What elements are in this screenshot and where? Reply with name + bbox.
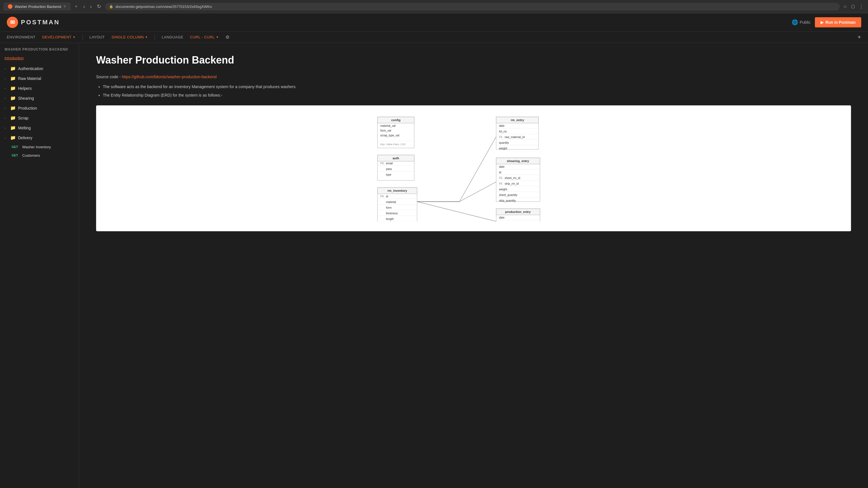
tab-title: Washer Production Backend (15, 4, 61, 9)
svg-text:id: id (386, 195, 388, 198)
nav-separator-1 (83, 35, 83, 40)
sidebar-item-scrap[interactable]: › 📁 Scrap (0, 113, 79, 123)
development-label: Development (42, 35, 72, 39)
tab-close-button[interactable]: ✕ (63, 4, 66, 8)
svg-text:date: date (499, 216, 505, 219)
sidebar-item-production[interactable]: › 📁 Production (0, 103, 79, 113)
delivery-chevron-icon: › (4, 136, 8, 139)
single-column-nav-item[interactable]: Single Column ▼ (112, 35, 148, 39)
new-tab-button[interactable]: + (73, 4, 80, 10)
source-prefix: Source code - (96, 74, 122, 79)
header-right: 🌐 Public ▶ Run in Postman (792, 17, 861, 27)
svg-text:weight: weight (499, 188, 507, 191)
environment-nav-item[interactable]: ENVIRONMENT (7, 35, 36, 39)
language-nav-item[interactable]: LANGUAGE (162, 35, 183, 39)
sidebar-item-raw-material[interactable]: › 📁 Raw Material (0, 73, 79, 83)
authentication-folder-icon: 📁 (10, 66, 16, 71)
postman-logo: ✉ POSTMAN (7, 17, 60, 28)
sidebar-item-shearing[interactable]: › 📁 Shearing (0, 93, 79, 103)
washer-inventory-label: Washer Inventory (22, 145, 51, 149)
settings-icon[interactable]: ⚙ (225, 34, 229, 40)
top-nav: ENVIRONMENT Development ▼ LAYOUT Single … (0, 32, 868, 43)
delivery-label: Delivery (18, 135, 32, 140)
run-button-label: Run in Postman (825, 20, 856, 25)
sidebar-item-delivery[interactable]: › 📁 Delivery (0, 133, 79, 142)
svg-text:auth: auth (393, 157, 399, 160)
layout-nav-item[interactable]: LAYOUT (90, 35, 105, 39)
forward-button[interactable]: › (88, 3, 94, 11)
svg-text:Key: Value Pairs, CSV: Key: Value Pairs, CSV (380, 143, 406, 146)
helpers-chevron-icon: › (4, 87, 8, 90)
svg-text:rm_entry: rm_entry (510, 118, 524, 122)
svg-text:sheet_quantity: sheet_quantity (499, 193, 517, 197)
globe-icon: 🌐 (792, 19, 798, 25)
curl-label: cURL - cURL (190, 35, 215, 39)
url-text: documenter.getpostman.com/view/25770153/… (116, 4, 212, 9)
sidebar-item-authentication[interactable]: › 📁 Authentication (0, 64, 79, 73)
sidebar-item-melting[interactable]: › 📁 Melting (0, 123, 79, 133)
svg-text:form_val: form_val (380, 129, 391, 132)
main-content: Washer Production Backend Source code - … (79, 43, 868, 488)
lock-icon: 🔒 (109, 4, 113, 8)
svg-text:length: length (386, 218, 394, 221)
browser-chrome: Washer Production Backend ✕ + ‹ › ↻ 🔒 do… (0, 0, 868, 13)
source-line: Source code - https://github.com/bitorsi… (96, 74, 851, 79)
curl-nav-item[interactable]: cURL - cURL ▼ (190, 35, 219, 39)
sidebar-intro-link[interactable]: Introduction (0, 55, 79, 64)
svg-text:production_entry: production_entry (505, 210, 531, 214)
authentication-label: Authentication (18, 66, 43, 71)
sidebar-title: WASHER PRODUCTION BACKEND (0, 47, 79, 55)
customers-label: Customers (22, 153, 40, 158)
svg-text:quantity: quantity (499, 141, 509, 144)
svg-text:scrap_type_val: scrap_type_val (380, 134, 399, 137)
shearing-label: Shearing (18, 96, 34, 101)
svg-text:config: config (391, 118, 401, 122)
extensions-button[interactable]: ⬡ (850, 3, 856, 10)
address-bar[interactable]: 🔒 documenter.getpostman.com/view/2577015… (105, 3, 840, 10)
svg-text:date: date (499, 165, 505, 168)
theme-icon[interactable]: ☀ (857, 34, 861, 40)
svg-text:strip_rm_id: strip_rm_id (505, 182, 519, 185)
back-button[interactable]: ‹ (82, 3, 87, 11)
curl-chevron-icon: ▼ (216, 36, 219, 39)
svg-text:shearing_entry: shearing_entry (507, 159, 529, 163)
bookmark-button[interactable]: ☆ (842, 3, 848, 10)
scrap-chevron-icon: › (4, 116, 8, 120)
helpers-folder-icon: 📁 (10, 86, 16, 91)
menu-button[interactable]: ⋮ (858, 3, 865, 10)
svg-text:form: form (386, 206, 392, 209)
postman-logo-text: POSTMAN (21, 19, 60, 26)
tab-favicon (8, 4, 12, 9)
run-icon: ▶ (820, 20, 824, 25)
browser-tab[interactable]: Washer Production Backend ✕ (3, 3, 71, 10)
helpers-label: Helpers (18, 86, 32, 91)
development-nav-item[interactable]: Development ▼ (42, 35, 76, 39)
reload-button[interactable]: ↻ (95, 2, 103, 11)
raw-material-folder-icon: 📁 (10, 76, 16, 81)
svg-text:pass: pass (386, 167, 392, 170)
svg-text:lot_no: lot_no (499, 130, 507, 133)
sidebar: WASHER PRODUCTION BACKEND Introduction ›… (0, 43, 79, 488)
svg-text:material: material (386, 200, 396, 204)
main-layout: WASHER PRODUCTION BACKEND Introduction ›… (0, 43, 868, 488)
sidebar-endpoint-customers[interactable]: GET Customers (0, 151, 79, 160)
svg-text:PK: PK (380, 162, 384, 165)
public-label: Public (800, 20, 810, 25)
shearing-chevron-icon: › (4, 97, 8, 100)
svg-text:sheet_rm_id: sheet_rm_id (505, 176, 520, 180)
single-column-chevron-icon: ▼ (145, 36, 148, 39)
run-in-postman-button[interactable]: ▶ Run in Postman (815, 17, 861, 27)
production-chevron-icon: › (4, 106, 8, 110)
single-column-label: Single Column (112, 35, 144, 39)
svg-text:PK: PK (380, 195, 384, 198)
sidebar-endpoint-washer-inventory[interactable]: GET Washer Inventory (0, 142, 79, 151)
production-folder-icon: 📁 (10, 105, 16, 111)
public-badge: 🌐 Public (792, 19, 810, 25)
source-link[interactable]: https://github.com/bitorsic/washer-produ… (122, 74, 216, 79)
svg-text:email: email (386, 162, 393, 165)
svg-line-83 (417, 202, 496, 221)
raw-material-label: Raw Material (18, 76, 41, 81)
sidebar-item-helpers[interactable]: › 📁 Helpers (0, 83, 79, 93)
svg-text:weight: weight (499, 147, 507, 150)
nav-separator-2 (155, 35, 155, 40)
